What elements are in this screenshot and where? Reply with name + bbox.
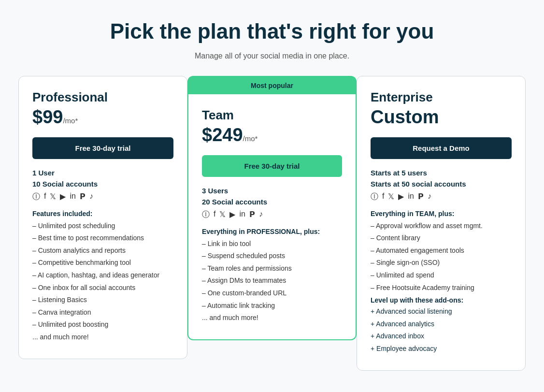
plan-name-professional: Professional: [32, 90, 173, 105]
twitter-icon-team: 𝕏: [219, 210, 226, 220]
linkedin-icon-ent: in: [408, 192, 414, 202]
pinterest-icon-ent: 𝗣: [418, 192, 424, 202]
plan-amount-professional: $99: [32, 107, 63, 127]
feature-team-more: ... and much more!: [202, 313, 342, 323]
plan-period-team: /mo*: [243, 134, 258, 143]
tiktok-icon: ♪: [89, 192, 93, 202]
plan-users-enterprise: Starts at 5 users: [371, 169, 512, 177]
plan-accounts-team: 20 Social accounts: [202, 198, 342, 206]
feature-professional-7: – Canva integration: [32, 308, 173, 318]
addon-enterprise-2: + Advanced inbox: [371, 332, 512, 341]
cta-button-enterprise[interactable]: Request a Demo: [371, 137, 512, 159]
plan-price-enterprise: Custom: [371, 107, 512, 128]
feature-professional-5: – One inbox for all social accounts: [32, 283, 173, 293]
instagram-icon: Ⓘ: [32, 192, 40, 202]
youtube-icon: ▶: [60, 192, 66, 202]
tiktok-icon-team: ♪: [259, 210, 263, 220]
plan-card-team: Team $249/mo* Free 30-day trial 3 Users …: [187, 94, 357, 340]
feature-professional-more: ... and much more!: [32, 333, 173, 342]
addon-enterprise-0: + Advanced social listening: [371, 307, 512, 317]
plan-users-team: 3 Users: [202, 187, 342, 195]
feature-professional-8: – Unlimited post boosting: [32, 320, 173, 330]
feature-professional-3: – Competitive benchmarking tool: [32, 258, 173, 268]
plan-amount-enterprise: Custom: [371, 107, 439, 127]
feature-professional-0: – Unlimited post scheduling: [32, 221, 173, 231]
youtube-icon-team: ▶: [229, 210, 235, 220]
page-subtitle: Manage all of your social media in one p…: [195, 52, 349, 60]
addon-enterprise-3: + Employee advocacy: [371, 344, 512, 354]
most-popular-badge: Most popular: [187, 76, 357, 94]
feature-team-5: – Automatic link tracking: [202, 301, 342, 311]
addon-enterprise-1: + Advanced analytics: [371, 319, 512, 329]
linkedin-icon: in: [70, 192, 75, 202]
feature-team-2: – Team roles and permissions: [202, 264, 342, 274]
facebook-icon-ent: f: [382, 192, 384, 202]
plan-period-professional: /mo*: [63, 116, 78, 125]
facebook-icon: f: [44, 192, 46, 202]
features-label-team: Everything in PROFESSIONAL, plus:: [202, 228, 342, 235]
plan-accounts-enterprise: Starts at 50 social accounts: [371, 180, 512, 188]
page-title: Pick the plan that's right for you: [110, 19, 434, 44]
plan-name-enterprise: Enterprise: [371, 90, 512, 105]
feature-enterprise-5: – Free Hootsuite Academy training: [371, 283, 512, 293]
plan-name-team: Team: [202, 108, 342, 123]
cta-button-professional[interactable]: Free 30-day trial: [32, 137, 173, 159]
feature-enterprise-3: – Single sign-on (SSO): [371, 258, 512, 268]
social-icons-enterprise: Ⓘ f 𝕏 ▶ in 𝗣 ♪: [371, 192, 512, 202]
feature-enterprise-2: – Automated engagement tools: [371, 246, 512, 256]
feature-professional-2: – Custom analytics and reports: [32, 246, 173, 256]
twitter-icon: 𝕏: [50, 192, 56, 202]
facebook-icon-team: f: [214, 210, 215, 220]
feature-professional-1: – Best time to post recommendations: [32, 233, 173, 243]
features-label-professional: Features included:: [32, 210, 173, 218]
cta-button-team[interactable]: Free 30-day trial: [202, 155, 342, 177]
tiktok-icon-ent: ♪: [428, 192, 431, 202]
instagram-icon-team: Ⓘ: [202, 210, 210, 220]
feature-enterprise-4: – Unlimited ad spend: [371, 271, 512, 280]
plan-accounts-professional: 10 Social accounts: [32, 180, 173, 188]
plan-price-team: $249/mo*: [202, 125, 342, 145]
plan-price-professional: $99/mo*: [32, 107, 173, 128]
feature-team-4: – One custom-branded URL: [202, 289, 342, 298]
linkedin-icon-team: in: [239, 210, 245, 220]
youtube-icon-ent: ▶: [398, 192, 404, 202]
instagram-icon-ent: Ⓘ: [371, 192, 378, 202]
social-icons-team: Ⓘ f 𝕏 ▶ in 𝗣 ♪: [202, 210, 342, 220]
features-label-enterprise: Everything in TEAM, plus:: [371, 210, 512, 218]
twitter-icon-ent: 𝕏: [388, 192, 394, 202]
feature-team-1: – Suspend scheduled posts: [202, 251, 342, 261]
plan-card-professional: Professional $99/mo* Free 30-day trial 1…: [18, 76, 187, 359]
feature-professional-6: – Listening Basics: [32, 295, 173, 305]
feature-enterprise-1: – Content library: [371, 233, 512, 243]
plan-users-professional: 1 User: [32, 169, 173, 177]
feature-team-3: – Assign DMs to teammates: [202, 276, 342, 286]
plan-amount-team: $249: [202, 125, 243, 145]
feature-professional-4: – AI caption, hashtag, and ideas generat…: [32, 271, 173, 280]
plan-featured-wrapper: Most popular Team $249/mo* Free 30-day t…: [187, 76, 357, 340]
plans-container: Professional $99/mo* Free 30-day trial 1…: [11, 76, 533, 371]
social-icons-professional: Ⓘ f 𝕏 ▶ in 𝗣 ♪: [32, 192, 173, 202]
pinterest-icon-team: 𝗣: [249, 210, 255, 220]
feature-enterprise-0: – Approval workflow and asset mgmt.: [371, 221, 512, 231]
plan-card-enterprise: Enterprise Custom Request a Demo Starts …: [357, 76, 526, 371]
pinterest-icon: 𝗣: [80, 192, 86, 202]
feature-team-0: – Link in bio tool: [202, 239, 342, 249]
addons-label-enterprise: Level up with these add-ons:: [371, 296, 512, 304]
